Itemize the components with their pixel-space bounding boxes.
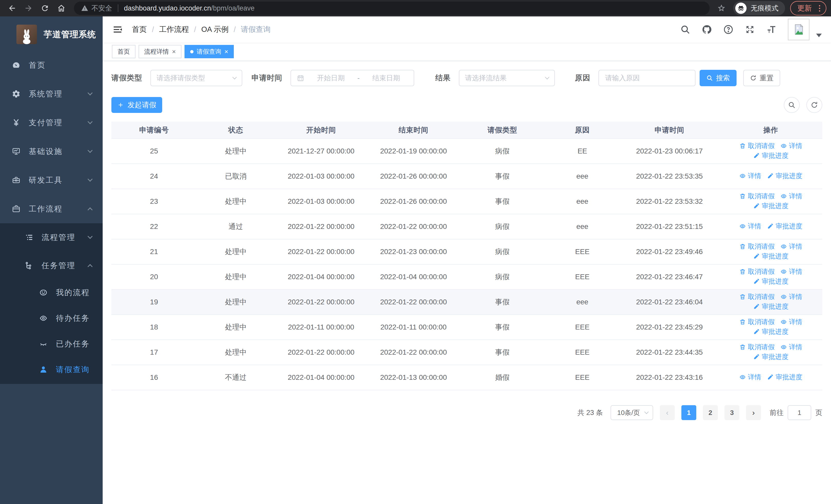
col-apply-time: 申请时间: [620, 122, 719, 139]
close-icon[interactable]: [172, 48, 176, 55]
reason-input[interactable]: [605, 74, 689, 82]
action-detail-link[interactable]: 详情: [780, 267, 802, 276]
breadcrumb-workflow[interactable]: 工作流程: [159, 24, 189, 35]
sidebar-item-infra[interactable]: 基础设施: [0, 137, 103, 166]
back-icon[interactable]: [5, 1, 20, 16]
action-cancel-link[interactable]: 取消请假: [739, 192, 775, 201]
sidebar-item-task-mgmt[interactable]: 任务管理: [0, 251, 103, 280]
cell-reason: eee: [545, 164, 620, 189]
action-detail-link[interactable]: 详情: [739, 222, 761, 231]
trash-icon: [739, 344, 746, 351]
action-detail-link[interactable]: 详情: [739, 171, 761, 180]
search-icon[interactable]: [680, 24, 690, 35]
tab-leave-query[interactable]: 请假查询: [184, 45, 234, 58]
sidebar-item-my-process[interactable]: 我的流程: [0, 280, 103, 305]
action-cancel-link[interactable]: 取消请假: [739, 267, 775, 276]
date-start-placeholder[interactable]: 开始日期: [309, 73, 353, 83]
page-button-2[interactable]: 2: [703, 405, 718, 420]
avatar-caret-icon[interactable]: [816, 34, 822, 37]
action-cancel-link[interactable]: 取消请假: [739, 343, 775, 352]
action-progress-link[interactable]: 审批进度: [753, 327, 789, 336]
action-detail-link[interactable]: 详情: [780, 318, 802, 326]
action-detail-link[interactable]: 详情: [780, 141, 802, 150]
sidebar-item-payment[interactable]: 支付管理: [0, 108, 103, 137]
address-bar[interactable]: 不安全 dashboard.yudao.iocoder.cn/bpm/oa/le…: [74, 2, 710, 15]
font-size-icon[interactable]: [766, 24, 777, 35]
sidebar-item-home[interactable]: 首页: [0, 51, 103, 80]
sidebar-item-system[interactable]: 系统管理: [0, 80, 103, 108]
action-cancel-link[interactable]: 取消请假: [739, 292, 775, 301]
action-progress-link[interactable]: 审批进度: [753, 352, 789, 361]
github-icon[interactable]: [701, 24, 712, 35]
date-range-picker[interactable]: 开始日期 - 结束日期: [290, 70, 414, 86]
sidebar-collapse-icon[interactable]: [112, 24, 123, 35]
action-progress-link[interactable]: 审批进度: [767, 222, 802, 231]
cell-start-time: 2021-12-27 00:00:00: [275, 139, 367, 164]
sidebar-item-leave-query[interactable]: 请假查询: [0, 357, 103, 382]
action-detail-link[interactable]: 详情: [780, 192, 802, 201]
table-refresh-icon[interactable]: [806, 97, 822, 113]
tab-process-detail[interactable]: 流程详情: [139, 45, 181, 58]
goto-page: 前往 页: [770, 405, 822, 420]
col-end-time: 结束时间: [367, 122, 460, 139]
prev-page-icon[interactable]: [660, 405, 675, 420]
breadcrumb-oa[interactable]: OA 示例: [201, 24, 228, 35]
result-select[interactable]: 请选择流结果: [459, 70, 555, 86]
app-logo-row[interactable]: 芋道管理系统: [0, 17, 103, 51]
cell-start-time: 2022-01-03 00:00:00: [275, 164, 367, 189]
help-icon[interactable]: [723, 24, 734, 35]
cell-start-time: 2022-01-22 00:00:00: [275, 239, 367, 264]
action-progress-link[interactable]: 审批进度: [753, 151, 789, 160]
action-cancel-link[interactable]: 取消请假: [739, 318, 775, 326]
avatar[interactable]: [788, 19, 809, 40]
security-chip[interactable]: 不安全: [81, 4, 112, 13]
action-progress-link[interactable]: 审批进度: [767, 171, 802, 180]
cell-id: 17: [111, 340, 197, 365]
sidebar-item-process-mgmt[interactable]: 流程管理: [0, 223, 103, 251]
action-progress-link[interactable]: 审批进度: [767, 373, 802, 382]
forward-icon[interactable]: [21, 1, 36, 16]
close-icon[interactable]: [224, 48, 228, 55]
reset-button[interactable]: 重置: [743, 70, 780, 86]
cell-id: 16: [111, 365, 197, 390]
table-row: 24已取消2022-01-03 00:00:002022-01-26 00:00…: [111, 164, 822, 189]
breadcrumb-home[interactable]: 首页: [132, 24, 147, 35]
table-search-toggle-icon[interactable]: [784, 97, 800, 113]
action-detail-link[interactable]: 详情: [780, 292, 802, 301]
leave-type-select[interactable]: 请选择请假类型: [150, 70, 242, 86]
action-progress-link[interactable]: 审批进度: [753, 277, 789, 286]
cell-apply-time: 2022-01-22 23:43:16: [620, 365, 719, 390]
cell-id: 18: [111, 315, 197, 340]
action-progress-link[interactable]: 审批进度: [753, 202, 789, 210]
next-page-icon[interactable]: [746, 405, 761, 420]
action-detail-link[interactable]: 详情: [739, 373, 761, 382]
page-button-3[interactable]: 3: [724, 405, 739, 420]
action-progress-link[interactable]: 审批进度: [753, 302, 789, 311]
sidebar-item-workflow[interactable]: 工作流程: [0, 195, 103, 223]
browser-menu-icon[interactable]: [817, 5, 822, 11]
sidebar-item-devtools[interactable]: 研发工具: [0, 166, 103, 195]
home-icon[interactable]: [54, 1, 69, 16]
action-cancel-link[interactable]: 取消请假: [739, 141, 775, 150]
update-button[interactable]: 更新: [790, 1, 826, 16]
cell-actions: 取消请假详情审批进度: [719, 239, 822, 264]
sidebar-item-todo-tasks[interactable]: 待办任务: [0, 305, 103, 331]
action-progress-link[interactable]: 审批进度: [753, 252, 789, 261]
create-leave-button[interactable]: 发起请假: [111, 97, 162, 113]
page-size-select[interactable]: 10条/页: [610, 405, 653, 420]
action-cancel-link[interactable]: 取消请假: [739, 242, 775, 251]
date-end-placeholder[interactable]: 结束日期: [365, 73, 408, 83]
action-detail-link[interactable]: 详情: [780, 343, 802, 352]
search-button[interactable]: 搜索: [699, 70, 737, 86]
sidebar-item-done-tasks[interactable]: 已办任务: [0, 331, 103, 357]
action-detail-link[interactable]: 详情: [780, 242, 802, 251]
tab-home[interactable]: 首页: [112, 45, 136, 58]
page-button-1[interactable]: 1: [681, 405, 696, 420]
fullscreen-icon[interactable]: [745, 24, 755, 35]
goto-page-input[interactable]: [787, 405, 811, 420]
cell-id: 24: [111, 164, 197, 189]
pagination: 共 23 条 10条/页 1 2 3 前往 页: [111, 405, 822, 420]
table-row: 21处理中2022-01-22 00:00:002022-01-23 00:00…: [111, 239, 822, 264]
reload-icon[interactable]: [37, 1, 52, 16]
bookmark-star-icon[interactable]: [715, 2, 728, 15]
